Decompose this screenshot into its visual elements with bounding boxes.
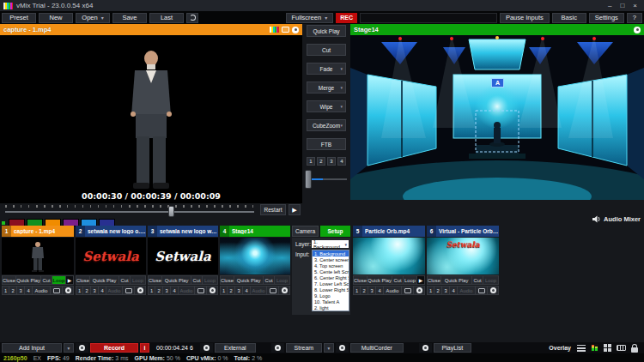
overlay-1-button[interactable]: 1 bbox=[2, 286, 9, 295]
fullscreen-button[interactable]: Fullscreen▾ bbox=[286, 13, 334, 23]
new-button[interactable]: New bbox=[39, 13, 73, 23]
close-button[interactable]: Close bbox=[2, 275, 16, 285]
pause-inputs-button[interactable]: Pause Inputs bbox=[500, 13, 550, 23]
settings-button[interactable] bbox=[63, 286, 74, 295]
playlist-settings-button[interactable] bbox=[419, 343, 432, 353]
close-button[interactable]: Close bbox=[148, 275, 162, 285]
audio-meter-icon[interactable] bbox=[591, 344, 598, 352]
last-button[interactable]: Last bbox=[149, 13, 184, 23]
input-thumbnail[interactable]: Setwala bbox=[148, 238, 218, 275]
layer-select[interactable]: 1. Background ▾ bbox=[312, 240, 349, 248]
settings-button[interactable] bbox=[488, 286, 499, 295]
overlay-4-button[interactable]: 4 bbox=[450, 286, 458, 295]
overlay-3-button[interactable]: 3 bbox=[442, 286, 450, 295]
close-button[interactable]: Close bbox=[353, 275, 368, 285]
overlay-3-button[interactable]: 3 bbox=[17, 286, 25, 295]
cut-button[interactable]: Cut bbox=[191, 275, 203, 285]
input-thumbnail[interactable] bbox=[2, 238, 74, 275]
audio-button[interactable]: Audio bbox=[251, 286, 267, 295]
chevron-down-icon[interactable]: ▾ bbox=[340, 104, 343, 109]
play-button[interactable]: ▶ bbox=[289, 204, 301, 215]
fullscreen-button[interactable] bbox=[267, 286, 279, 295]
input-thumbnail[interactable] bbox=[220, 238, 290, 275]
input-thumbnail[interactable] bbox=[353, 238, 425, 275]
input-tab[interactable]: 4 Stage14 bbox=[220, 226, 290, 237]
quick-play-button[interactable]: Quick Play bbox=[307, 25, 346, 37]
layer-input-option[interactable]: 7. Lower Left Scree bbox=[313, 281, 349, 287]
close-button[interactable]: Close bbox=[76, 275, 90, 285]
audio-button[interactable]: Audio bbox=[384, 286, 402, 295]
settings-button[interactable] bbox=[279, 286, 290, 295]
stream-settings-button[interactable] bbox=[271, 343, 284, 353]
wipe-button[interactable]: Wipe▾ bbox=[307, 100, 346, 112]
overlay-3-button[interactable]: 3 bbox=[327, 157, 336, 166]
basic-button[interactable]: Basic bbox=[552, 13, 586, 23]
overlay-4-button[interactable]: 4 bbox=[337, 157, 346, 166]
loop-button[interactable]: Loop bbox=[404, 275, 417, 285]
restart-button[interactable]: Restart bbox=[260, 204, 286, 215]
overlay-button[interactable]: Overlay bbox=[544, 345, 575, 351]
layer-input-option[interactable]: 4. Top screen bbox=[313, 262, 349, 268]
cut-button[interactable]: Cut bbox=[392, 275, 404, 285]
settings-button[interactable] bbox=[207, 286, 218, 295]
preview-monitor[interactable]: 00:00:30 / 00:00:39 / 00:00:09 bbox=[0, 35, 302, 203]
gear-icon[interactable] bbox=[292, 27, 299, 33]
overlay-3-button[interactable]: 3 bbox=[163, 286, 171, 295]
audio-button[interactable]: Audio bbox=[458, 286, 476, 295]
add-input-button[interactable]: Add Input bbox=[2, 343, 62, 353]
undo-button[interactable] bbox=[186, 13, 198, 23]
loop-button[interactable]: Loop bbox=[275, 275, 290, 285]
layer-input-option[interactable]: 2. light bbox=[313, 305, 349, 311]
quick-play-button[interactable]: Quick Play bbox=[162, 275, 191, 285]
layer-input-option[interactable]: 9. Logo bbox=[313, 293, 349, 299]
overlay-2-button[interactable]: 2 bbox=[361, 286, 368, 295]
maximize-button[interactable]: □ bbox=[620, 2, 624, 9]
multicorder-button[interactable]: MultiCorder bbox=[350, 343, 404, 353]
overlay-2-button[interactable]: 2 bbox=[317, 157, 325, 166]
cut-button[interactable]: Cut bbox=[41, 275, 52, 285]
play-button[interactable]: ▶ bbox=[417, 275, 425, 285]
help-button[interactable]: ? bbox=[627, 13, 642, 23]
save-button[interactable]: Save bbox=[112, 13, 147, 23]
lock-icon[interactable] bbox=[631, 347, 638, 353]
overlay-3-button[interactable]: 3 bbox=[235, 286, 243, 295]
overlay-1-button[interactable]: 1 bbox=[353, 286, 361, 295]
fullscreen-button[interactable] bbox=[402, 286, 414, 295]
keyboard-icon[interactable] bbox=[617, 345, 626, 351]
record-info-button[interactable]: i bbox=[140, 343, 149, 353]
quick-play-button[interactable]: Quick Play bbox=[368, 275, 392, 285]
preset-button[interactable]: Preset bbox=[2, 13, 36, 23]
chevron-down-icon[interactable]: ▾ bbox=[340, 66, 343, 71]
scrubber-track[interactable] bbox=[5, 211, 254, 213]
layer-input-option[interactable]: 1. Background bbox=[313, 250, 349, 256]
overlay-4-button[interactable]: 4 bbox=[243, 286, 251, 295]
colorbars-icon[interactable] bbox=[270, 27, 279, 33]
record-settings-button[interactable] bbox=[76, 343, 88, 353]
audio-button[interactable]: Audio bbox=[106, 286, 123, 295]
overlay-2-button[interactable]: 2 bbox=[83, 286, 91, 295]
audio-button[interactable]: Audio bbox=[33, 286, 51, 295]
layer-input-option[interactable]: 8. Lower Right Scre bbox=[313, 287, 349, 293]
settings-button[interactable]: Settings bbox=[589, 13, 624, 23]
cut-button[interactable]: Cut bbox=[472, 275, 483, 285]
audio-mixer-toggle[interactable]: Audio Mixer bbox=[592, 215, 641, 223]
ftb-button[interactable]: FTB bbox=[307, 138, 346, 150]
record-button[interactable]: Record bbox=[90, 343, 138, 353]
chevron-down-icon[interactable]: ▾ bbox=[340, 123, 343, 128]
external-button[interactable]: External bbox=[215, 343, 256, 353]
settings-button[interactable] bbox=[135, 286, 146, 295]
overlay-2-button[interactable]: 2 bbox=[434, 286, 442, 295]
overlay-1-button[interactable]: 1 bbox=[307, 157, 315, 166]
grid-view-icon[interactable] bbox=[604, 344, 611, 352]
loop-button[interactable]: Loop bbox=[483, 275, 499, 285]
cubezoom-button[interactable]: CubeZoom▾ bbox=[307, 119, 346, 131]
stream-button[interactable]: Stream bbox=[286, 343, 322, 353]
loop-button[interactable]: Loop bbox=[131, 275, 146, 285]
close-button[interactable]: × bbox=[633, 2, 637, 9]
playlist-button[interactable]: PlayList bbox=[434, 343, 471, 353]
program-monitor[interactable]: A bbox=[350, 35, 644, 200]
cut-button[interactable]: Cut bbox=[307, 44, 346, 56]
close-button[interactable]: Close bbox=[220, 275, 234, 285]
minimize-button[interactable]: – bbox=[608, 2, 611, 9]
stream-dropdown[interactable]: ▾ bbox=[324, 343, 334, 353]
